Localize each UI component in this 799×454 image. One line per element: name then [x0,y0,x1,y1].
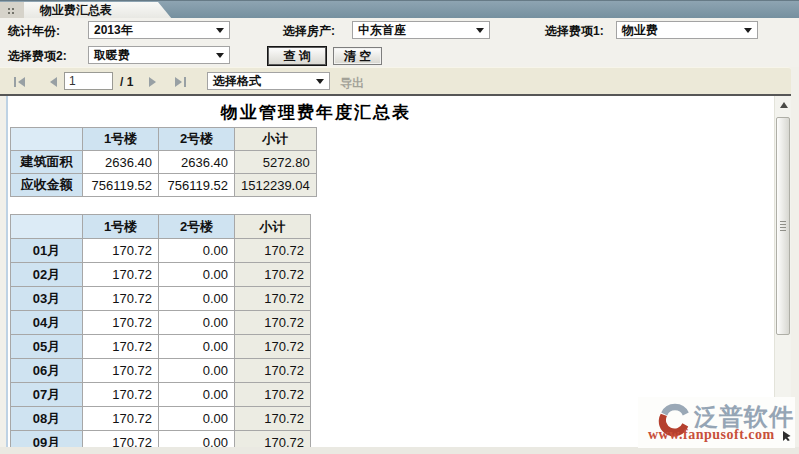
chevron-down-icon [476,28,484,33]
fee1-value: 物业费 [622,22,658,39]
prev-page-button[interactable] [46,76,60,88]
tab-bar: 物业费汇总表 [0,0,799,18]
row-label-cell: 09月 [11,431,83,448]
data-cell: 170.72 [83,287,159,311]
grip-icon [780,221,786,231]
year-label: 统计年份: [8,23,60,40]
row-label-cell: 建筑面积 [11,151,83,174]
data-cell: 170.72 [235,263,311,287]
table-row: 09月170.720.00170.72 [11,431,311,448]
report-title: 物业管理费年度汇总表 [8,101,624,124]
next-page-button[interactable] [146,76,160,88]
header-row: 1号楼2号楼小计 [11,215,311,239]
row-label-cell: 04月 [11,311,83,335]
row-label-cell: 07月 [11,383,83,407]
row-label-cell: 01月 [11,239,83,263]
property-value: 中东首座 [358,22,406,39]
chevron-down-icon [216,28,224,33]
table-row: 建筑面积2636.402636.405272.80 [11,151,317,174]
data-cell: 170.72 [235,287,311,311]
row-label-cell: 05月 [11,335,83,359]
table-row: 01月170.720.00170.72 [11,239,311,263]
property-select[interactable]: 中东首座 [352,21,490,39]
fee2-label: 选择费项2: [8,48,67,65]
filter-panel: 统计年份: 2013年 选择房产: 中东首座 选择费项1: 物业费 选择费项2:… [0,18,799,67]
table-row: 08月170.720.00170.72 [11,407,311,431]
data-cell: 1512239.04 [235,174,317,197]
data-cell: 170.72 [235,239,311,263]
header-row: 1号楼2号楼小计 [11,128,317,151]
corner-cell [11,215,83,239]
fee1-select[interactable]: 物业费 [616,21,758,39]
drag-handle-icon[interactable] [0,2,24,19]
row-label-cell: 08月 [11,407,83,431]
data-cell: 0.00 [159,335,235,359]
data-cell: 170.72 [83,311,159,335]
data-cell: 170.72 [83,431,159,448]
row-label-cell: 应收金额 [11,174,83,197]
summary-table: 1号楼2号楼小计建筑面积2636.402636.405272.80应收金额756… [10,127,317,197]
data-cell: 170.72 [83,359,159,383]
property-label: 选择房产: [283,23,335,40]
table-row: 04月170.720.00170.72 [11,311,311,335]
data-cell: 170.72 [83,407,159,431]
data-cell: 170.72 [235,431,311,448]
data-cell: 0.00 [159,431,235,448]
first-page-button[interactable] [13,76,27,88]
fee2-select[interactable]: 取暖费 [88,46,230,64]
column-header: 小计 [235,215,311,239]
table-row: 07月170.720.00170.72 [11,383,311,407]
data-cell: 0.00 [159,287,235,311]
chevron-down-icon [216,53,224,58]
data-cell: 2636.40 [159,151,235,174]
scroll-up-button[interactable] [775,97,792,112]
data-cell: 170.72 [235,383,311,407]
tab-label: 物业费汇总表 [40,2,112,19]
data-cell: 0.00 [159,383,235,407]
brand-watermark: 泛普软件 www.fanpusoft.com [638,397,795,448]
data-cell: 756119.52 [83,174,159,197]
fee1-label: 选择费项1: [545,23,604,40]
brand-url: www.fanpusoft.com [648,427,775,443]
row-label-cell: 06月 [11,359,83,383]
column-header: 2号楼 [159,128,235,151]
tab-property-fee-summary[interactable]: 物业费汇总表 [24,2,172,19]
data-cell: 170.72 [235,335,311,359]
scrollbar-thumb[interactable] [776,117,790,335]
clear-button[interactable]: 清 空 [333,47,382,65]
row-label-cell: 02月 [11,263,83,287]
data-cell: 0.00 [159,239,235,263]
window-bottom-edge [0,447,799,454]
page-number-input[interactable] [64,72,113,90]
data-cell: 0.00 [159,263,235,287]
column-header: 2号楼 [159,215,235,239]
query-button[interactable]: 查 询 [267,46,327,66]
data-cell: 170.72 [83,263,159,287]
column-header: 1号楼 [83,128,159,151]
report-toolbar: / 1 选择格式 导出 [0,67,791,96]
chevron-down-icon [316,79,324,84]
export-link[interactable]: 导出 [340,75,364,92]
monthly-table: 1号楼2号楼小计01月170.720.00170.7202月170.720.00… [10,214,311,447]
data-cell: 170.72 [83,383,159,407]
data-cell: 5272.80 [235,151,317,174]
last-page-button[interactable] [173,76,187,88]
data-cell: 170.72 [235,311,311,335]
export-format-select[interactable]: 选择格式 [207,72,330,90]
data-cell: 756119.52 [159,174,235,197]
chevron-down-icon [744,28,752,33]
table-row: 02月170.720.00170.72 [11,263,311,287]
page-total-label: / 1 [120,75,133,89]
table-row: 03月170.720.00170.72 [11,287,311,311]
table-row: 05月170.720.00170.72 [11,335,311,359]
data-cell: 0.00 [159,407,235,431]
year-select[interactable]: 2013年 [88,21,230,39]
table-row: 应收金额756119.52756119.521512239.04 [11,174,317,197]
column-header: 小计 [235,128,317,151]
data-cell: 170.72 [83,335,159,359]
row-label-cell: 03月 [11,287,83,311]
column-header: 1号楼 [83,215,159,239]
year-value: 2013年 [94,22,133,39]
data-cell: 170.72 [235,407,311,431]
data-cell: 170.72 [83,239,159,263]
